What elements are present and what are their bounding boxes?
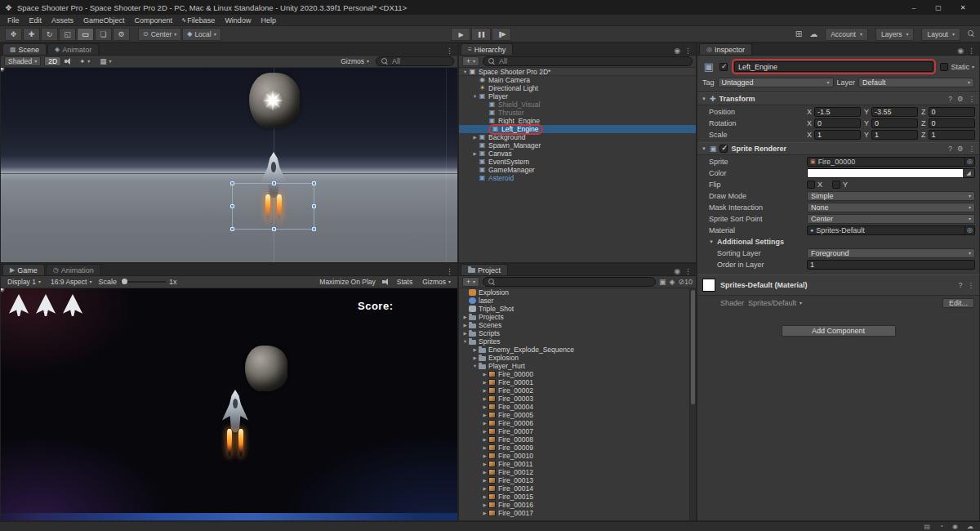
project-item-fire-00017[interactable]: ▶Fire_00017 [459, 509, 689, 517]
foldout-arrow-icon[interactable]: ▼ [702, 96, 706, 101]
directional-light-gizmo[interactable] [262, 90, 283, 111]
menu-edit[interactable]: Edit [24, 15, 47, 26]
pivot-local-button[interactable]: ◆ Local▾ [182, 28, 221, 41]
scene-viewport[interactable] [1, 68, 457, 262]
expand-arrow-icon[interactable]: ▶ [471, 347, 479, 352]
project-item-fire-00008[interactable]: ▶Fire_00008 [459, 435, 689, 444]
menu-component[interactable]: Component [130, 15, 178, 26]
foldout-arrow-icon[interactable]: ▼ [709, 239, 714, 244]
expand-arrow-icon[interactable]: ▶ [481, 437, 488, 442]
hierarchy-item-spawn-manager[interactable]: ▣Spawn_Manager [459, 141, 696, 149]
close-button[interactable]: ✕ [951, 0, 975, 15]
component-menu-icon[interactable]: ⋮ [969, 145, 976, 153]
color-field[interactable]: ◢ [807, 168, 975, 178]
2d-toggle[interactable]: 2D [44, 56, 61, 66]
tag-dropdown[interactable]: Untagged▾ [718, 78, 834, 87]
slider-knob[interactable] [122, 279, 127, 284]
progress-icon[interactable]: ◔ [939, 523, 943, 530]
static-checkbox[interactable] [940, 63, 948, 71]
hierarchy-item-directional-light[interactable]: ☀Directional Light [459, 84, 696, 92]
flip-x-checkbox[interactable] [807, 181, 815, 189]
sorting-layer-dropdown[interactable]: Foreground▾ [807, 248, 975, 258]
shader-dropdown[interactable]: Sprites/Default▾ [748, 299, 802, 307]
sort-point-dropdown[interactable]: Center▾ [807, 214, 975, 224]
scale-tool-icon[interactable]: ◱ [59, 28, 76, 41]
foldout-arrow-icon[interactable]: ▼ [702, 146, 706, 151]
project-item-fire-00012[interactable]: ▶Fire_00012 [459, 468, 689, 476]
project-item-fire-00000[interactable]: ▶Fire_00000 [459, 370, 689, 378]
grid-visibility-dropdown[interactable]: ▦▾ [96, 56, 114, 66]
project-item-fire-00005[interactable]: ▶Fire_00005 [459, 411, 689, 419]
project-item-fire-00011[interactable]: ▶Fire_00011 [459, 460, 689, 468]
preset-icon[interactable]: ⚙ [957, 145, 964, 153]
transform-position-y-field[interactable]: -3.55 [871, 107, 918, 117]
transform-scale-x-field[interactable]: 1 [814, 130, 861, 140]
pivot-center-button[interactable]: ⊙ Center▾ [138, 28, 181, 41]
project-item-fire-00014[interactable]: ▶Fire_00014 [459, 484, 689, 493]
expand-arrow-icon[interactable]: ▶ [471, 355, 479, 360]
cloud-sync-icon[interactable]: ☁ [967, 523, 973, 530]
project-item-fire-00007[interactable]: ▶Fire_00007 [459, 427, 689, 435]
component-enabled-checkbox[interactable] [719, 145, 728, 153]
expand-arrow-icon[interactable]: ▼ [471, 94, 479, 99]
account-dropdown[interactable]: Account▾ [825, 28, 868, 41]
hidden-packages-icon[interactable]: ⊘10 [678, 278, 693, 286]
search-by-type-icon[interactable]: ▣ [659, 278, 666, 286]
expand-arrow-icon[interactable]: ▶ [481, 413, 488, 417]
transform-position-x-field[interactable]: -1.5 [814, 107, 861, 117]
project-item-fire-00013[interactable]: ▶Fire_00013 [459, 476, 689, 484]
expand-arrow-icon[interactable]: ▶ [481, 470, 488, 475]
create-button[interactable]: +▾ [462, 56, 479, 66]
hierarchy-item-eventsystem[interactable]: ▣EventSystem [459, 158, 696, 166]
expand-arrow-icon[interactable]: ▶ [481, 372, 488, 377]
object-name-field[interactable] [734, 61, 933, 72]
tab-project[interactable]: Project [461, 264, 508, 275]
edit-shader-button[interactable]: Edit... [942, 298, 974, 308]
panel-menu-icon[interactable]: ⋮ [968, 47, 975, 55]
stats-toggle[interactable]: Stats [394, 277, 416, 287]
expand-arrow-icon[interactable]: ▶ [461, 315, 469, 319]
transform-component-header[interactable]: ▼ ✚ Transform ?⚙⋮ [697, 92, 979, 105]
expand-arrow-icon[interactable]: ▶ [481, 388, 488, 393]
tab-animator[interactable]: ◈Animator [47, 43, 99, 55]
project-item-player-hurt[interactable]: ▼Player_Hurt [459, 362, 689, 370]
scene-audio-icon[interactable] [65, 58, 73, 65]
hierarchy-item-main-camera[interactable]: ◉Main Camera [459, 76, 696, 84]
expand-arrow-icon[interactable]: ▶ [481, 502, 488, 507]
search-by-label-icon[interactable]: ◈ [670, 278, 675, 286]
expand-arrow-icon[interactable]: ▶ [481, 445, 488, 450]
project-item-scripts[interactable]: ▶Scripts [459, 329, 689, 337]
project-item-triple-shot[interactable]: Triple_Shot [459, 305, 689, 313]
effects-dropdown[interactable]: ✦▾ [76, 56, 93, 66]
menu-assets[interactable]: Assets [47, 15, 78, 26]
project-item-fire-00009[interactable]: ▶Fire_00009 [459, 444, 689, 452]
hierarchy-item-canvas[interactable]: ▶▣Canvas [459, 149, 696, 158]
expand-arrow-icon[interactable]: ▶ [481, 421, 488, 426]
tab-inspector[interactable]: ◎Inspector [699, 43, 752, 55]
expand-arrow-icon[interactable]: ▼ [471, 364, 479, 368]
project-item-fire-00002[interactable]: ▶Fire_00002 [459, 386, 689, 395]
project-item-fire-00010[interactable]: ▶Fire_00010 [459, 452, 689, 460]
hand-tool-icon[interactable]: ✥ [5, 28, 22, 41]
expand-arrow-icon[interactable]: ▶ [461, 331, 469, 336]
expand-arrow-icon[interactable]: ▶ [481, 404, 488, 409]
flip-y-checkbox[interactable] [832, 181, 840, 189]
order-in-layer-field[interactable]: 1 [807, 260, 975, 270]
expand-arrow-icon[interactable]: ▶ [481, 486, 488, 491]
aspect-dropdown[interactable]: 16:9 Aspect▾ [47, 277, 95, 287]
expand-arrow-icon[interactable]: ▶ [481, 380, 488, 385]
hierarchy-item-space-shooter-pro-2d[interactable]: ▼▣Space Shooter Pro 2D* [459, 68, 696, 76]
project-item-explosion[interactable]: Explosion [459, 288, 689, 297]
selection-rect[interactable] [232, 183, 314, 230]
expand-arrow-icon[interactable]: ▶ [481, 453, 488, 458]
transform-rotation-y-field[interactable]: 0 [871, 118, 918, 128]
additional-settings-foldout[interactable]: ▼ Additional Settings [697, 236, 979, 247]
tab-scene[interactable]: ▦Scene [2, 43, 47, 55]
menu-help[interactable]: Help [256, 15, 281, 26]
expand-arrow-icon[interactable]: ▼ [461, 69, 469, 74]
project-item-sprites[interactable]: ▼Sprites [459, 337, 689, 346]
custom-tool-icon[interactable]: ⚙ [113, 28, 130, 41]
eyedropper-icon[interactable]: ◢ [963, 169, 974, 177]
gizmos-dropdown[interactable]: Gizmos▾ [337, 56, 372, 66]
color-swatch[interactable] [808, 169, 963, 177]
